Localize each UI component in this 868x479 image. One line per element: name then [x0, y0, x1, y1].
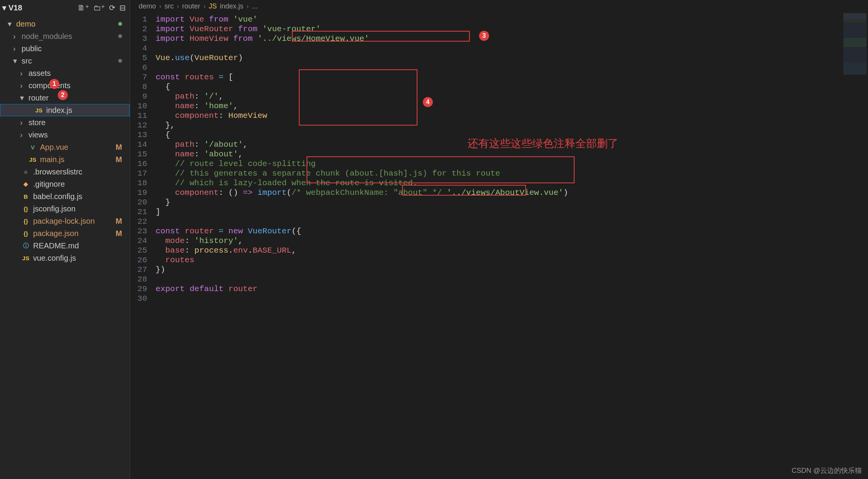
tree-row[interactable]: JSvue.config.js	[0, 252, 130, 264]
code-line[interactable]: },	[156, 121, 868, 130]
line-number: 28	[130, 275, 147, 284]
tree-row[interactable]: ›node_modules	[0, 30, 130, 42]
code-line[interactable]: {	[156, 82, 868, 92]
code-line[interactable]: name: 'about',	[156, 149, 868, 159]
file-type-icon: V	[28, 144, 37, 151]
code-line[interactable]	[156, 217, 868, 226]
chevron-right-icon[interactable]: ›	[20, 131, 25, 139]
editor-pane: demo › src › router › JS index.js › ... …	[130, 0, 868, 479]
code-line[interactable]: // route level code-splitting	[156, 159, 868, 169]
tree-item-label: public	[22, 44, 130, 53]
chevron-right-icon[interactable]: ›	[13, 44, 18, 53]
tree-row[interactable]: ≡.browserslistrc	[0, 166, 130, 178]
file-type-icon: {}	[22, 230, 30, 237]
tree-item-label: vue.config.js	[33, 254, 130, 263]
breadcrumb[interactable]: demo › src › router › JS index.js › ...	[130, 0, 868, 12]
tree-row[interactable]: JSindex.js	[0, 104, 130, 116]
code-line[interactable]: import VueRouter from 'vue-router'	[156, 24, 868, 34]
vcs-status-badge: M	[116, 155, 122, 164]
line-number: 19	[130, 188, 147, 198]
tree-row[interactable]: ◆.gitignore	[0, 178, 130, 190]
tree-row[interactable]: ⓘREADME.md	[0, 240, 130, 252]
code-line[interactable]: name: 'home',	[156, 101, 868, 111]
breadcrumb-segment[interactable]: index.js	[220, 2, 243, 10]
code-line[interactable]: // this generates a separate chunk (abou…	[156, 169, 868, 178]
tree-row[interactable]: {}jsconfig.json	[0, 203, 130, 215]
chevron-right-icon[interactable]: ›	[13, 32, 18, 41]
tree-item-label: views	[28, 131, 130, 139]
code-line[interactable]	[156, 275, 868, 284]
code-line[interactable]: path: '/',	[156, 92, 868, 101]
tree-row[interactable]: ›views	[0, 129, 130, 141]
tree-row[interactable]: ›public	[0, 42, 130, 55]
tree-row[interactable]: ▾src	[0, 55, 130, 67]
tree-item-label: components	[28, 81, 130, 90]
code-line[interactable]: {	[156, 130, 868, 140]
line-number: 21	[130, 207, 147, 217]
tree-row[interactable]: {}package.jsonM	[0, 227, 130, 240]
code-line[interactable]: import Vue from 'vue'	[156, 15, 868, 24]
explorer-sidebar: ▾ V18 🗎⁺ 🗀⁺ ⟳ ⊟ ▾demo›node_modules›publi…	[0, 0, 130, 479]
new-file-icon[interactable]: 🗎⁺	[77, 3, 89, 12]
code-line[interactable]: import HomeView from '../views/HomeView.…	[156, 34, 868, 44]
chevron-right-icon[interactable]: ›	[20, 118, 25, 127]
code-line[interactable]	[156, 63, 868, 72]
line-number: 11	[130, 111, 147, 121]
tree-item-label: jsconfig.json	[33, 204, 130, 213]
code-line[interactable]: Vue.use(VueRouter)	[156, 53, 868, 63]
line-number: 16	[130, 159, 147, 169]
file-tree[interactable]: ▾demo›node_modules›public▾src›assets›com…	[0, 17, 130, 479]
chevron-down-icon[interactable]: ▾	[20, 93, 25, 102]
tree-row[interactable]: ›assets	[0, 67, 130, 79]
minimap[interactable]	[843, 13, 866, 75]
new-folder-icon[interactable]: 🗀⁺	[93, 3, 105, 12]
code-line[interactable]: component: HomeView	[156, 111, 868, 121]
breadcrumb-segment[interactable]: src	[164, 2, 174, 10]
code-line[interactable]: mode: 'history',	[156, 236, 868, 246]
code-line[interactable]: path: '/about',	[156, 140, 868, 149]
chevron-right-icon[interactable]: ›	[20, 81, 25, 90]
code-line[interactable]: ]	[156, 207, 868, 217]
code-content[interactable]: import Vue from 'vue'import VueRouter fr…	[156, 12, 868, 479]
line-number: 9	[130, 92, 147, 101]
chevron-right-icon: ›	[203, 2, 206, 10]
line-number: 2	[130, 24, 147, 34]
collapse-icon[interactable]: ⊟	[119, 3, 126, 12]
code-line[interactable]: export default router	[156, 284, 868, 294]
chevron-right-icon: ›	[159, 2, 161, 10]
chevron-down-icon[interactable]: ▾	[2, 3, 6, 12]
code-line[interactable]: routes	[156, 255, 868, 265]
tree-row[interactable]: ›store	[0, 116, 130, 129]
chevron-right-icon: ›	[246, 2, 249, 10]
code-line[interactable]: })	[156, 265, 868, 275]
chevron-down-icon[interactable]: ▾	[13, 56, 18, 65]
code-line[interactable]: const routes = [	[156, 72, 868, 82]
line-number: 24	[130, 236, 147, 246]
tree-row[interactable]: {}package-lock.jsonM	[0, 215, 130, 227]
code-line[interactable]: base: process.env.BASE_URL,	[156, 246, 868, 255]
code-line[interactable]	[156, 44, 868, 53]
breadcrumb-segment[interactable]: demo	[139, 2, 156, 10]
breadcrumb-segment[interactable]: router	[182, 2, 200, 10]
tree-row[interactable]: JSmain.jsM	[0, 153, 130, 166]
code-line[interactable]: component: () => import(/* webpackChunkN…	[156, 188, 868, 198]
tree-row[interactable]: Bbabel.config.js	[0, 190, 130, 203]
tree-row[interactable]: ▾demo	[0, 18, 130, 30]
line-gutter: 1234567891011121314151617181920212223242…	[130, 12, 156, 479]
line-number: 14	[130, 140, 147, 149]
tree-row[interactable]: ▾router	[0, 92, 130, 104]
code-line[interactable]	[156, 294, 868, 303]
refresh-icon[interactable]: ⟳	[109, 3, 116, 12]
file-type-icon: JS	[35, 107, 43, 114]
chevron-right-icon[interactable]: ›	[20, 69, 25, 78]
tree-row[interactable]: ›components	[0, 79, 130, 92]
tree-row[interactable]: VApp.vueM	[0, 141, 130, 153]
chevron-down-icon[interactable]: ▾	[8, 19, 13, 28]
breadcrumb-segment[interactable]: ...	[252, 2, 258, 10]
project-title: V18	[8, 3, 22, 12]
file-type-icon: JS	[22, 255, 30, 261]
code-line[interactable]: // which is lazy-loaded when the route i…	[156, 178, 868, 188]
code-area[interactable]: 1234567891011121314151617181920212223242…	[130, 12, 868, 479]
code-line[interactable]: const router = new VueRouter({	[156, 226, 868, 236]
code-line[interactable]: }	[156, 198, 868, 207]
